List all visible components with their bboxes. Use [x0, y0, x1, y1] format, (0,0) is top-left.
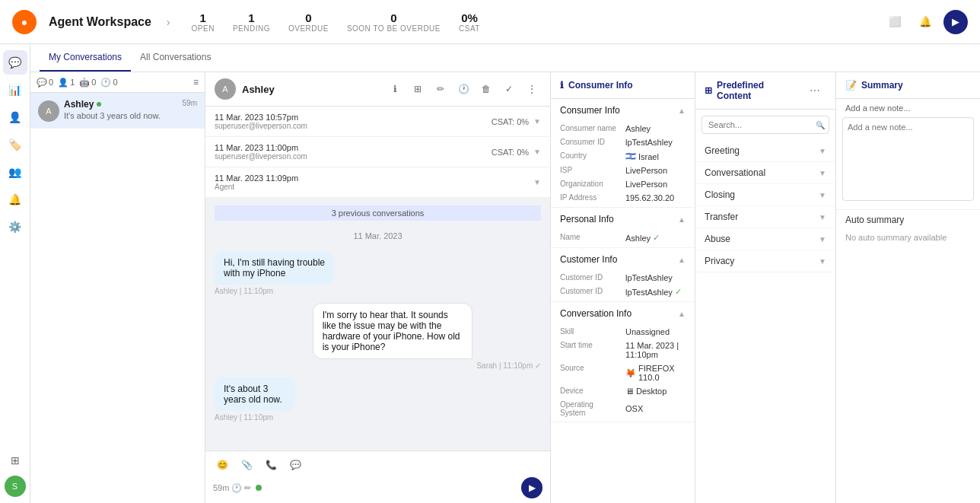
prev-conv-banner: 3 previous conversations	[215, 205, 541, 221]
chevron-down-transfer: ▼	[819, 213, 826, 221]
personal-section-header[interactable]: Personal Info ▲	[551, 208, 695, 231]
grid-icon[interactable]: ⊞	[409, 80, 427, 98]
conv-preview: It's about 3 years old now.	[64, 111, 183, 120]
chat-avatar: A	[215, 78, 236, 100]
predefined-search: 🔍	[702, 116, 829, 134]
attachment-icon[interactable]: 📎	[237, 456, 256, 474]
consumer-section-header[interactable]: Consumer Info ▲	[551, 99, 695, 122]
message-meta-1: Ashley | 11:10pm	[215, 287, 399, 295]
sidebar-item-contacts[interactable]: 👥	[3, 160, 27, 184]
predefined-item-conversational[interactable]: Conversational ▼	[695, 162, 835, 184]
filter-button[interactable]: ≡	[193, 77, 199, 88]
history-item-2[interactable]: 11 Mar. 2023 11:00pm superuser@liveperso…	[205, 137, 550, 167]
customer-section-header[interactable]: Customer Info ▲	[551, 248, 695, 271]
date-banner: 11 Mar. 2023	[215, 228, 541, 244]
stat-soon-overdue: 0 SOON TO BE OVERDUE	[347, 11, 441, 33]
note-label: Add a new note...	[836, 99, 980, 117]
filter-timer[interactable]: 🕐 0	[100, 78, 117, 88]
conversation-section-header[interactable]: Conversation Info ▲	[551, 302, 695, 325]
filter-open[interactable]: 💬 0	[37, 78, 53, 88]
chevron-down-icon: ▼	[533, 117, 541, 126]
check-icon[interactable]: ✓	[500, 80, 518, 98]
filter-bot[interactable]: 🤖 0	[79, 78, 96, 88]
firefox-icon: 🦊	[625, 368, 636, 378]
sidebar-item-users[interactable]: 👤	[3, 105, 27, 129]
conversations-panel: 💬 0 👤 1 🤖 0 🕐 0 ≡	[30, 72, 205, 503]
consumer-info-section: Consumer Info ▲ Consumer name Ashley Con…	[551, 99, 695, 208]
more-icon[interactable]: ⋮	[523, 80, 541, 98]
sidebar-item-notifications[interactable]: 🔔	[3, 187, 27, 212]
sidebar-item-tags[interactable]: 🏷️	[3, 132, 27, 157]
field-ip: IP Address 195.62.30.20	[551, 191, 695, 207]
predefined-item-closing[interactable]: Closing ▼	[695, 184, 835, 206]
delete-icon[interactable]: 🗑	[477, 80, 495, 98]
field-name: Name Ashley ✓	[551, 231, 695, 247]
message-1: Hi, I'm still having trouble with my iPh…	[215, 251, 399, 295]
send-button[interactable]: ▶	[521, 477, 542, 498]
expand-button[interactable]: ⬜	[883, 10, 907, 34]
sidebar-item-conversations[interactable]: 💬	[3, 50, 27, 75]
chevron-down-icon-2: ▼	[533, 148, 541, 156]
bubble-icon[interactable]: 💬	[286, 456, 304, 474]
field-os: Operating System OSX	[551, 398, 695, 422]
verified-icon-2: ✓	[675, 287, 682, 297]
breadcrumb-sep: ›	[167, 16, 170, 28]
auto-summary-text: No auto summary available	[836, 230, 980, 245]
top-bar-right: ⬜ 🔔 ▶	[883, 10, 968, 34]
consumer-info-header: ℹ Consumer Info	[551, 72, 695, 99]
emoji-icon[interactable]: 😊	[213, 456, 231, 474]
message-bubble-user-2: It's about 3 years old now.	[215, 377, 295, 411]
stat-open: 1 OPEN	[192, 11, 215, 33]
online-indicator	[97, 102, 101, 107]
history-item-3[interactable]: 11 Mar. 2023 11:09pm Agent ▼	[205, 167, 550, 198]
sidebar-item-tools[interactable]: ⚙️	[3, 215, 27, 239]
predefined-more-button[interactable]: ⋯	[803, 81, 826, 100]
message-meta-3: Ashley | 11:10pm	[215, 413, 338, 422]
clock-icon: 🕐	[231, 483, 242, 493]
chat-input-area: 😊 📎 📞 💬 59m 🕐 ✏ ▶	[205, 450, 550, 503]
tab-my-conversations[interactable]: My Conversations	[40, 44, 131, 72]
summary-panel: 📝 Summary Add a new note... Auto summary…	[835, 72, 980, 503]
predefined-search-input[interactable]	[702, 116, 829, 134]
tab-all-conversations[interactable]: All Conversations	[131, 44, 220, 72]
auto-summary-header: Auto summary	[836, 209, 980, 230]
search-icon: 🔍	[816, 121, 825, 129]
chevron-down-greeting: ▼	[819, 147, 826, 155]
app-title: Agent Workspace	[49, 15, 151, 29]
filter-pending[interactable]: 👤 1	[58, 78, 75, 88]
avatar: A	[38, 100, 59, 122]
personal-info-section: Personal Info ▲ Name Ashley ✓	[551, 208, 695, 248]
predefined-header: ⊞ Predefined Content ⋯	[695, 72, 835, 110]
main-content: My Conversations All Conversations 💬 0 👤…	[30, 44, 980, 503]
notification-button[interactable]: 🔔	[913, 10, 937, 34]
predefined-items-list: Greeting ▼ Conversational ▼ Closing ▼ Tr…	[695, 140, 835, 272]
chat-header-name: Ashley	[242, 84, 275, 95]
predefined-icon: ⊞	[705, 85, 712, 96]
info-icon[interactable]: ℹ	[386, 80, 404, 98]
field-source: Source 🦊 FIREFOX 110.0	[551, 361, 695, 384]
field-customer-id-1: Customer ID lpTestAshley	[551, 271, 695, 285]
conversation-item-ashley[interactable]: A Ashley It's about 3 years old now. 59m	[30, 93, 205, 129]
messages-area: 3 previous conversations 11 Mar. 2023 Hi…	[205, 198, 550, 450]
predefined-item-abuse[interactable]: Abuse ▼	[695, 228, 835, 250]
sidebar-item-reports[interactable]: 📊	[3, 78, 27, 102]
chevron-up-icon-personal: ▲	[678, 215, 686, 224]
chat-input-toolbar: 😊 📎 📞 💬	[213, 456, 542, 474]
predefined-item-transfer[interactable]: Transfer ▼	[695, 206, 835, 228]
sidebar-item-apps[interactable]: ⊞	[3, 448, 27, 473]
chat-input-row: 59m 🕐 ✏ ▶	[213, 477, 542, 498]
phone-icon[interactable]: 📞	[262, 456, 280, 474]
field-start-time: Start time 11 Mar. 2023 | 11:10pm	[551, 339, 695, 361]
online-status-dot	[256, 485, 262, 491]
send-button-active[interactable]: ▶	[943, 10, 968, 34]
chevron-up-icon: ▲	[678, 107, 686, 115]
sidebar-item-avatar[interactable]: S	[5, 476, 26, 497]
predefined-item-greeting[interactable]: Greeting ▼	[695, 140, 835, 162]
field-country: Country 🇮🇱 Israel	[551, 149, 695, 164]
history-item-1[interactable]: 11 Mar. 2023 10:57pm superuser@liveperso…	[205, 107, 550, 137]
predefined-item-privacy[interactable]: Privacy ▼	[695, 250, 835, 272]
edit-icon[interactable]: ✏	[431, 80, 450, 98]
note-textarea[interactable]	[842, 117, 974, 201]
conversation-history: 11 Mar. 2023 10:57pm superuser@liveperso…	[205, 107, 550, 198]
history-icon[interactable]: 🕐	[454, 80, 473, 98]
